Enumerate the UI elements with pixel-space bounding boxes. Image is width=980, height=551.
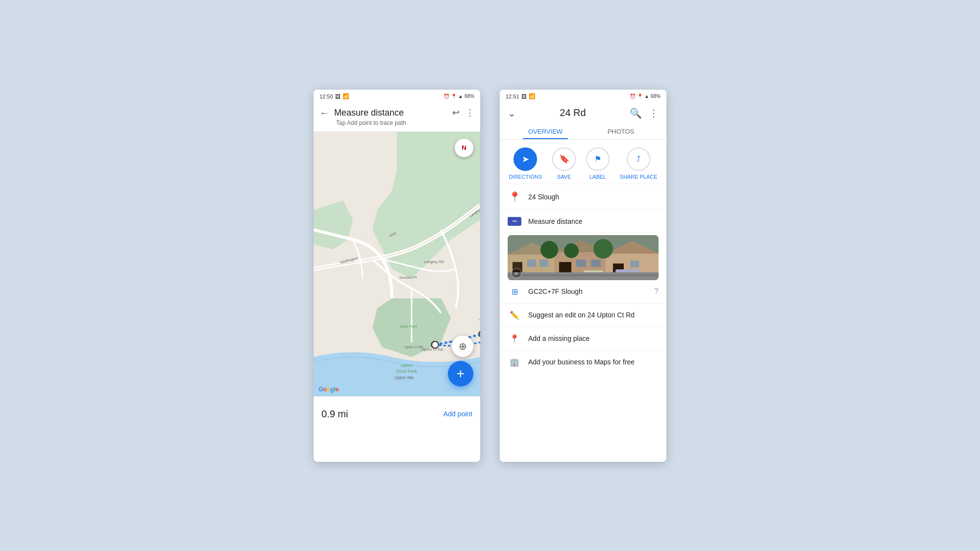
svg-rect-28 xyxy=(527,260,536,267)
place-title: 24 Rd xyxy=(560,107,586,119)
compass[interactable]: N xyxy=(455,139,473,157)
wifi-icon: 📶 xyxy=(343,93,349,99)
measure-distance-icon: ━━ xyxy=(508,217,521,226)
undo-button[interactable]: ↩ xyxy=(452,107,460,118)
tab-overview[interactable]: OVERVIEW xyxy=(508,123,583,139)
directions-button[interactable]: ➤ DIRECTIONS xyxy=(509,147,542,180)
distance-value: 0.9 mi xyxy=(321,408,348,420)
help-icon[interactable]: ? xyxy=(654,287,659,296)
svg-text:Upton Ct Rd: Upton Ct Rd xyxy=(404,345,423,349)
suggest-edit-text: Suggest an edit on 24 Upton Ct Rd xyxy=(528,311,635,319)
share-label: SHARE PLACE xyxy=(620,174,658,180)
photo-icon-right: 🖼 xyxy=(521,94,527,99)
measure-distance-row[interactable]: ━━ Measure distance xyxy=(500,210,666,233)
more-options-right-button[interactable]: ⋮ xyxy=(649,107,659,119)
svg-text:Upton: Upton xyxy=(401,363,413,368)
content-area: ➤ DIRECTIONS 🔖 SAVE ⚑ LABEL ⤴ SH xyxy=(500,140,666,438)
top-bar-left: ← Measure distance ↩ ⋮ Tap Add point to … xyxy=(314,103,480,132)
plus-code-icon: ⊞ xyxy=(508,287,521,296)
location-icon-right: 📍 xyxy=(637,94,643,99)
my-location-button[interactable]: ⊕ xyxy=(452,335,473,357)
add-missing-place-text: Add a missing place xyxy=(528,335,589,342)
svg-rect-29 xyxy=(539,260,548,267)
plus-code-row[interactable]: ⊞ GC2C+7F Slough ? xyxy=(500,280,666,304)
status-bar-left: 12:50 🖼 📶 ⏰ 📍 ▲ 68% xyxy=(314,90,480,103)
search-button[interactable]: 🔍 xyxy=(630,107,642,119)
edit-icon: ✏️ xyxy=(508,311,521,320)
svg-text:Google: Google xyxy=(318,386,339,393)
street-view-image[interactable]: ⟳ xyxy=(508,235,659,280)
alarm-icon-right: ⏰ xyxy=(630,94,636,99)
location-crosshair-icon: ⊕ xyxy=(459,340,467,352)
battery-right: 68% xyxy=(651,94,661,99)
address-row: 📍 24 Slough xyxy=(500,184,666,210)
share-place-button[interactable]: ⤴ SHARE PLACE xyxy=(620,147,658,180)
tabs-container: OVERVIEW PHOTOS xyxy=(508,123,659,139)
back-button[interactable]: ← xyxy=(319,107,329,119)
time-right: 12:51 xyxy=(506,94,519,99)
action-buttons-row: ➤ DIRECTIONS 🔖 SAVE ⚑ LABEL ⤴ SH xyxy=(500,140,666,184)
measure-title: Measure distance xyxy=(334,108,404,118)
time-left: 12:50 xyxy=(319,94,333,99)
top-bar-right: ⌄ 24 Rd 🔍 ⋮ OVERVIEW PHOTOS xyxy=(500,103,666,140)
alarm-icon: ⏰ xyxy=(443,94,449,99)
share-icon: ⤴ xyxy=(637,155,640,164)
svg-text:Langley Rd: Langley Rd xyxy=(424,260,443,264)
svg-rect-33 xyxy=(576,260,586,267)
more-options-button[interactable]: ⋮ xyxy=(466,107,474,118)
add-point-button[interactable]: Add point xyxy=(443,410,472,418)
svg-point-39 xyxy=(540,241,558,259)
status-bar-right: 12:51 🖼 📶 ⏰ 📍 ▲ 68% xyxy=(500,90,666,103)
svg-rect-38 xyxy=(630,261,639,267)
svg-text:Sussex Pl: Sussex Pl xyxy=(399,275,417,280)
right-phone: 12:51 🖼 📶 ⏰ 📍 ▲ 68% ⌄ 24 Rd 🔍 ⋮ OVERVIEW xyxy=(500,90,666,462)
directions-icon: ➤ xyxy=(522,154,529,165)
add-place-icon: 📍 xyxy=(508,334,521,343)
tab-photos[interactable]: PHOTOS xyxy=(583,123,659,139)
suggest-edit-row[interactable]: ✏️ Suggest an edit on 24 Upton Ct Rd xyxy=(500,304,666,327)
svg-text:Court Park: Court Park xyxy=(396,369,417,374)
chevron-down-button[interactable]: ⌄ xyxy=(508,107,516,119)
location-pin-icon: 📍 xyxy=(508,191,521,203)
plus-code-text: GC2C+7F Slough xyxy=(528,287,583,295)
save-label: SAVE xyxy=(557,174,571,180)
add-business-row[interactable]: 🏢 Add your business to Maps for free xyxy=(500,351,666,374)
signal-icon: ▲ xyxy=(458,94,463,99)
battery-left: 68% xyxy=(465,94,474,99)
subtitle: Tap Add point to trace path xyxy=(319,120,474,126)
label-icon: ⚑ xyxy=(594,154,601,164)
business-icon: 🏢 xyxy=(508,358,521,367)
save-button[interactable]: 🔖 SAVE xyxy=(552,147,576,180)
directions-label: DIRECTIONS xyxy=(509,174,542,180)
plus-icon: + xyxy=(457,366,465,382)
address-text: 24 Slough xyxy=(528,193,559,201)
left-phone: 12:50 🖼 📶 ⏰ 📍 ▲ 68% ← Measure distance ↩… xyxy=(314,90,480,462)
map-area[interactable]: Wellington A412 Sussex Pl Langley Rd Lan… xyxy=(314,132,480,396)
photo-icon: 🖼 xyxy=(335,94,341,99)
svg-rect-45 xyxy=(508,274,659,276)
svg-point-40 xyxy=(593,239,613,259)
wifi-icon-right: 📶 xyxy=(529,93,536,99)
svg-text:Upton Ct Rd: Upton Ct Rd xyxy=(421,347,443,352)
svg-text:⟳: ⟳ xyxy=(514,271,518,276)
svg-text:elles Park: elles Park xyxy=(400,324,417,329)
svg-text:Upton Ma: Upton Ma xyxy=(394,375,414,380)
add-point-fab[interactable]: + xyxy=(448,361,473,386)
svg-point-20 xyxy=(432,341,439,348)
add-business-text: Add your business to Maps for free xyxy=(528,358,635,366)
measure-distance-text: Measure distance xyxy=(528,217,583,225)
add-missing-place-row[interactable]: 📍 Add a missing place xyxy=(500,327,666,351)
signal-icon-right: ▲ xyxy=(644,94,649,99)
location-icon-status: 📍 xyxy=(451,94,457,99)
label-label: LABEL xyxy=(589,174,606,180)
compass-n-label: N xyxy=(462,144,466,151)
bottom-bar: 0.9 mi Add point xyxy=(314,396,480,431)
save-icon: 🔖 xyxy=(559,154,569,164)
svg-point-41 xyxy=(564,243,579,258)
label-button[interactable]: ⚑ LABEL xyxy=(586,147,610,180)
svg-rect-34 xyxy=(591,260,601,267)
